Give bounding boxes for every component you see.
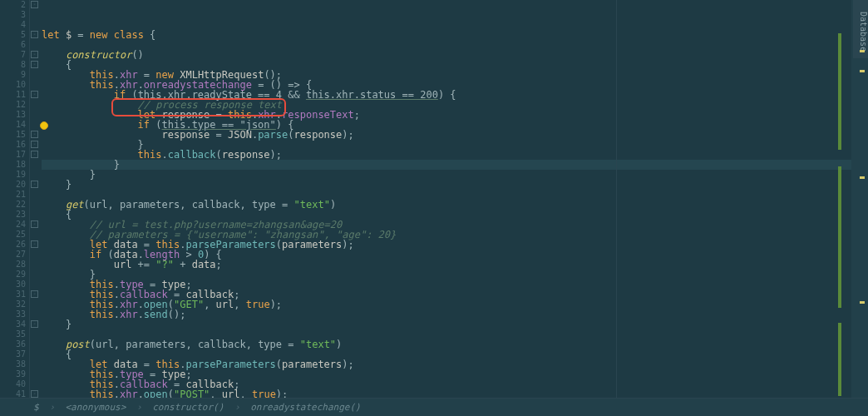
- line-number[interactable]: 4: [0, 20, 29, 30]
- line-number[interactable]: 32: [0, 300, 29, 310]
- code-line[interactable]: [42, 40, 868, 50]
- code-line[interactable]: this.callback(response);: [42, 150, 868, 160]
- line-number[interactable]: 39: [0, 369, 29, 379]
- code-line[interactable]: }: [42, 319, 868, 329]
- line-number[interactable]: 36: [0, 339, 29, 349]
- line-number[interactable]: 27: [0, 250, 29, 260]
- change-marker: [838, 323, 841, 396]
- line-number[interactable]: 5: [0, 30, 29, 40]
- line-number[interactable]: 17: [0, 150, 29, 160]
- column-guide: [616, 0, 617, 398]
- line-number[interactable]: 30: [0, 280, 29, 290]
- code-line[interactable]: constructor(): [42, 50, 868, 60]
- line-number[interactable]: 38: [0, 359, 29, 369]
- chevron-right-icon: ›: [49, 402, 55, 413]
- code-line[interactable]: }: [42, 170, 868, 180]
- line-number-gutter[interactable]: 2345678910111213141516171819202122232425…: [0, 0, 30, 398]
- breadcrumb-item[interactable]: $: [33, 402, 39, 413]
- chevron-right-icon: ›: [136, 402, 142, 413]
- line-number[interactable]: 16: [0, 140, 29, 150]
- code-line[interactable]: post(url, parameters, callback, type = "…: [42, 339, 868, 349]
- line-number[interactable]: 22: [0, 200, 29, 210]
- warning-marker[interactable]: [860, 176, 865, 179]
- breadcrumb-item[interactable]: <anonymous>: [66, 402, 126, 413]
- line-number[interactable]: 35: [0, 329, 29, 339]
- marker-rail[interactable]: Database: [851, 0, 868, 398]
- line-number[interactable]: 34: [0, 319, 29, 329]
- line-number[interactable]: 21: [0, 190, 29, 200]
- warning-marker[interactable]: [860, 50, 865, 52]
- warning-marker[interactable]: [860, 70, 865, 72]
- code-line[interactable]: }: [42, 160, 868, 170]
- line-number[interactable]: 40: [0, 379, 29, 389]
- line-number[interactable]: 8: [0, 60, 29, 70]
- breadcrumb-item[interactable]: onreadystatechange(): [250, 402, 360, 413]
- line-number[interactable]: 14: [0, 120, 29, 130]
- line-number[interactable]: 12: [0, 100, 29, 110]
- code-line[interactable]: get(url, parameters, callback, type = "t…: [42, 200, 868, 210]
- chevron-right-icon: ›: [234, 402, 240, 413]
- line-number[interactable]: 2: [0, 0, 29, 10]
- code-line[interactable]: url += "?" + data;: [42, 260, 868, 270]
- line-number[interactable]: 23: [0, 210, 29, 220]
- code-line[interactable]: let $ = new class {: [42, 30, 868, 40]
- breadcrumb-item[interactable]: constructor(): [152, 402, 224, 413]
- code-line[interactable]: }: [42, 180, 868, 190]
- line-number[interactable]: 31: [0, 290, 29, 300]
- line-number[interactable]: 33: [0, 310, 29, 319]
- line-number[interactable]: 26: [0, 240, 29, 250]
- line-number[interactable]: 37: [0, 349, 29, 359]
- intention-bulb-icon[interactable]: [40, 121, 48, 130]
- code-line[interactable]: response = JSON.parse(response);: [42, 130, 868, 140]
- change-marker: [838, 166, 841, 308]
- line-number[interactable]: 20: [0, 180, 29, 190]
- editor: 2345678910111213141516171819202122232425…: [0, 0, 868, 398]
- line-number[interactable]: 18: [0, 160, 29, 170]
- code-area[interactable]: let $ = new class { constructor() { this…: [30, 0, 868, 398]
- line-number[interactable]: 6: [0, 40, 29, 50]
- line-number[interactable]: 13: [0, 110, 29, 120]
- line-number[interactable]: 25: [0, 230, 29, 240]
- line-number[interactable]: 29: [0, 270, 29, 280]
- line-number[interactable]: 28: [0, 260, 29, 270]
- line-number[interactable]: 15: [0, 130, 29, 140]
- code-line[interactable]: this.xhr.send();: [42, 310, 868, 319]
- breadcrumb[interactable]: $ › <anonymous> › constructor() › onread…: [0, 398, 868, 416]
- line-number[interactable]: 11: [0, 90, 29, 100]
- line-number[interactable]: 24: [0, 220, 29, 230]
- line-number[interactable]: 7: [0, 50, 29, 60]
- change-marker: [838, 33, 841, 150]
- line-number[interactable]: 3: [0, 10, 29, 20]
- line-number[interactable]: 19: [0, 170, 29, 180]
- warning-marker[interactable]: [860, 301, 865, 304]
- line-number[interactable]: 10: [0, 80, 29, 90]
- line-number[interactable]: 9: [0, 70, 29, 80]
